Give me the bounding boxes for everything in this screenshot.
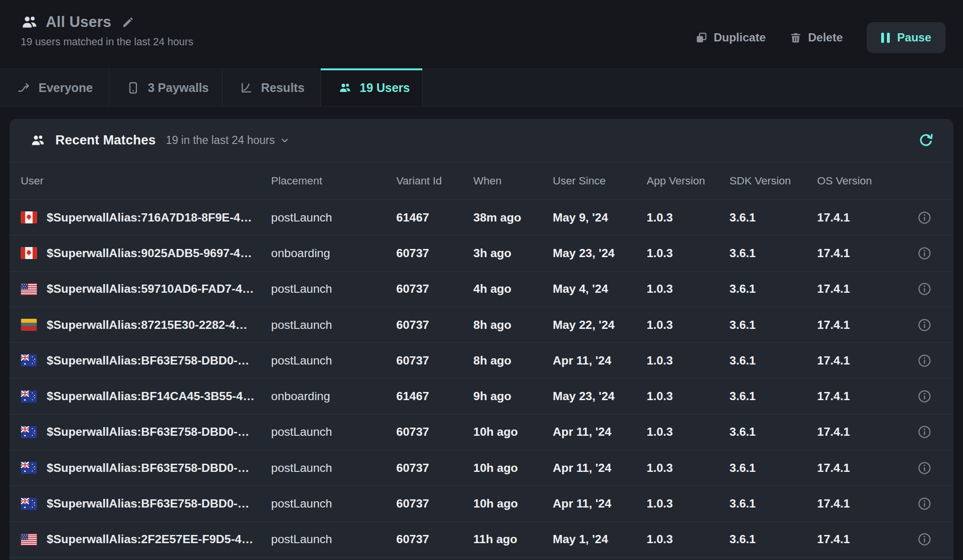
placement-cell: postLaunch	[271, 461, 396, 475]
variant-id-cell: 60737	[396, 318, 473, 332]
duplicate-button[interactable]: Duplicate	[695, 31, 766, 44]
col-user-since: User Since	[553, 175, 647, 187]
placement-cell: onboarding	[271, 390, 396, 403]
tab-users[interactable]: 19 Users	[321, 69, 422, 106]
chevron-down-icon	[280, 135, 290, 145]
when-cell: 8h ago	[473, 354, 553, 367]
branch-arrow-icon	[17, 81, 30, 94]
info-icon[interactable]	[917, 496, 932, 511]
col-user: User	[21, 175, 271, 187]
user-alias: $SuperwallAlias:BF63E758-DBD0-…	[47, 354, 249, 367]
country-flag-au	[21, 391, 37, 403]
user-since-cell: May 23, '24	[553, 390, 647, 403]
country-flag-ca	[21, 247, 37, 259]
country-flag-au	[21, 498, 37, 510]
country-flag-au	[21, 426, 37, 438]
table-header: User Placement Variant Id When User Sinc…	[10, 162, 953, 200]
table-row[interactable]: $SuperwallAlias:9025ADB5-9697-4… onboard…	[10, 235, 953, 271]
os-version-cell: 17.4.1	[817, 425, 894, 439]
os-version-cell: 17.4.1	[817, 318, 894, 332]
country-flag-au	[21, 462, 37, 474]
user-alias: $SuperwallAlias:716A7D18-8F9E-4…	[47, 211, 252, 224]
tab-paywalls[interactable]: 3 Paywalls	[109, 69, 222, 106]
user-alias: $SuperwallAlias:BF63E758-DBD0-…	[47, 425, 249, 439]
user-since-cell: May 1, '24	[553, 533, 647, 546]
app-version-cell: 1.0.3	[647, 282, 729, 296]
user-since-cell: Apr 11, '24	[553, 354, 647, 367]
country-flag-ca	[21, 211, 37, 223]
page-title: All Users	[46, 13, 111, 31]
delete-button[interactable]: Delete	[790, 31, 843, 44]
sdk-version-cell: 3.6.1	[729, 354, 817, 367]
user-alias: $SuperwallAlias:BF63E758-DBD0-…	[47, 461, 249, 475]
placement-cell: postLaunch	[271, 354, 396, 367]
os-version-cell: 17.4.1	[817, 211, 894, 224]
placement-cell: onboarding	[271, 247, 396, 260]
variant-id-cell: 60737	[396, 461, 473, 475]
table-row[interactable]: $SuperwallAlias:BF63E758-DBD0-… postLaun…	[10, 486, 953, 521]
info-icon[interactable]	[917, 532, 932, 547]
placement-cell: postLaunch	[271, 211, 396, 224]
table-row[interactable]: $SuperwallAlias:2F2E57EE-F9D5-4… postLau…	[10, 522, 953, 558]
table-row[interactable]: $SuperwallAlias:716A7D18-8F9E-4… postLau…	[10, 200, 953, 235]
duplicate-icon	[695, 32, 707, 44]
variant-id-cell: 60737	[396, 247, 473, 260]
table-row[interactable]: $SuperwallAlias:87215E30-2282-4… postLau…	[10, 307, 953, 343]
tab-results[interactable]: Results	[222, 69, 321, 106]
pause-icon	[881, 33, 890, 43]
country-flag-us	[21, 283, 37, 295]
table-row[interactable]: $SuperwallAlias:BF63E758-DBD0-… postLaun…	[10, 415, 953, 450]
sdk-version-cell: 3.6.1	[729, 318, 817, 332]
variant-id-cell: 60737	[396, 425, 473, 439]
user-alias: $SuperwallAlias:59710AD6-FAD7-4…	[47, 282, 254, 296]
pause-button[interactable]: Pause	[867, 22, 946, 53]
user-since-cell: May 23, '24	[553, 247, 647, 260]
users-icon	[21, 13, 38, 31]
os-version-cell: 17.4.1	[817, 461, 894, 475]
info-icon[interactable]	[917, 461, 932, 475]
when-cell: 10h ago	[473, 497, 553, 510]
table-row[interactable]: $SuperwallAlias:BF63E758-DBD0-… postLaun…	[10, 343, 953, 378]
sdk-version-cell: 3.6.1	[729, 211, 817, 224]
col-placement: Placement	[271, 175, 396, 187]
user-alias: $SuperwallAlias:BF14CA45-3B55-4…	[47, 390, 255, 403]
sdk-version-cell: 3.6.1	[729, 461, 817, 475]
app-version-cell: 1.0.3	[647, 425, 729, 439]
user-since-cell: Apr 11, '24	[553, 497, 647, 510]
app-version-cell: 1.0.3	[647, 354, 729, 367]
when-cell: 10h ago	[473, 461, 553, 475]
sdk-version-cell: 3.6.1	[729, 533, 817, 546]
placement-cell: postLaunch	[271, 497, 396, 510]
tab-everyone[interactable]: Everyone	[0, 69, 109, 106]
sdk-version-cell: 3.6.1	[729, 390, 817, 403]
os-version-cell: 17.4.1	[817, 282, 894, 296]
phone-icon	[127, 81, 140, 94]
col-when: When	[473, 175, 553, 187]
table-row[interactable]: $SuperwallAlias:BF63E758-DBD0-… postLaun…	[10, 450, 953, 486]
when-cell: 10h ago	[473, 425, 553, 439]
edit-title-icon[interactable]	[122, 16, 134, 28]
user-alias: $SuperwallAlias:9025ADB5-9697-4…	[47, 247, 252, 260]
placement-cell: postLaunch	[271, 282, 396, 296]
col-variant-id: Variant Id	[396, 175, 473, 187]
time-range-dropdown[interactable]: 19 in the last 24 hours	[166, 134, 289, 147]
info-icon[interactable]	[917, 282, 932, 296]
refresh-icon[interactable]	[918, 132, 934, 149]
user-since-cell: May 9, '24	[553, 211, 647, 224]
info-icon[interactable]	[917, 353, 932, 368]
chart-icon	[240, 81, 253, 94]
app-version-cell: 1.0.3	[647, 461, 729, 475]
info-icon[interactable]	[917, 210, 932, 225]
info-icon[interactable]	[917, 318, 932, 332]
table-row[interactable]: $SuperwallAlias:BF14CA45-3B55-4… onboard…	[10, 378, 953, 414]
os-version-cell: 17.4.1	[817, 354, 894, 367]
table-row[interactable]: $SuperwallAlias:59710AD6-FAD7-4… postLau…	[10, 272, 953, 307]
user-alias: $SuperwallAlias:2F2E57EE-F9D5-4…	[47, 533, 253, 546]
country-flag-au	[21, 354, 37, 366]
info-icon[interactable]	[917, 246, 932, 260]
panel-title: Recent Matches	[55, 133, 156, 148]
placement-cell: postLaunch	[271, 533, 396, 546]
placement-cell: postLaunch	[271, 425, 396, 439]
info-icon[interactable]	[917, 389, 932, 404]
info-icon[interactable]	[917, 425, 932, 439]
